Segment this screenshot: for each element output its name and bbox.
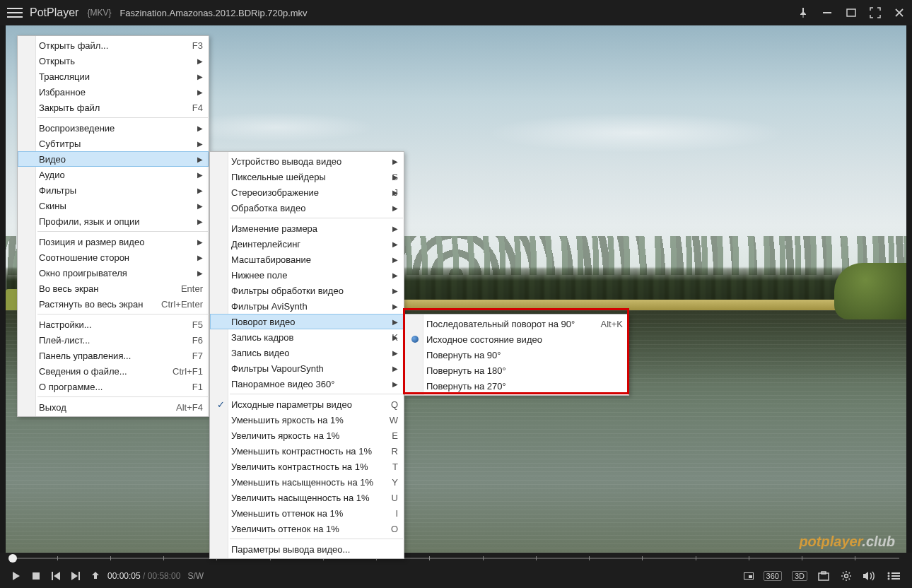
settings-gear-icon[interactable] — [840, 570, 853, 582]
menu-shortcut: E — [375, 430, 398, 441]
menu1-item[interactable]: Открыть▶ — [18, 53, 209, 69]
menu2-item[interactable]: Увеличить яркость на 1%E — [210, 428, 404, 443]
menu2-item[interactable]: Обработка видео▶ — [210, 200, 404, 216]
next-icon[interactable] — [69, 570, 82, 582]
menu1-item[interactable]: Открыть файл...F3 — [18, 37, 209, 53]
menu1-item[interactable]: Плей-лист...F6 — [18, 332, 209, 348]
menu1-item[interactable]: О программе...F1 — [18, 379, 209, 394]
menu2-item[interactable]: Уменьшить контрастность на 1%R — [210, 443, 404, 459]
menu-shortcut: Y — [375, 477, 398, 488]
menu-shortcut: R — [375, 446, 398, 457]
menu2-item[interactable]: Деинтерлейсинг▶ — [210, 236, 404, 252]
menu-shortcut: Alt+K — [584, 319, 623, 329]
menu3-item[interactable]: Повернуть на 270° — [405, 378, 629, 394]
menu2-item[interactable]: Параметры вывода видео... — [210, 541, 404, 557]
menu1-item[interactable]: Соотношение сторон▶ — [18, 249, 209, 265]
menu1-item[interactable]: Панель управления...F7 — [18, 348, 209, 363]
minimize-icon[interactable] — [822, 7, 833, 18]
menu-shortcut: T — [375, 461, 398, 472]
menu-item-label: Параметры вывода видео... — [231, 544, 350, 555]
menu2-item[interactable]: Фильтры обработки видео▶ — [210, 283, 404, 298]
menu3-item[interactable]: Повернуть на 180° — [405, 363, 629, 378]
menu2-item[interactable]: СтереоизображениеJ▶ — [210, 184, 404, 200]
menu3-item[interactable]: Повернуть на 90° — [405, 347, 629, 363]
menu1-item[interactable]: Окно проигрывателя▶ — [18, 265, 209, 281]
submenu-arrow-icon: ▶ — [392, 225, 398, 233]
menu-item-label: Во весь экран — [39, 283, 98, 294]
stop-icon[interactable] — [30, 570, 42, 582]
menu2-item[interactable]: Пиксельные шейдерыS▶ — [210, 169, 404, 184]
svg-rect-2 — [33, 572, 40, 580]
seek-bar[interactable] — [13, 553, 899, 564]
menu-item-label: Трансляции — [39, 71, 90, 82]
menu2-item[interactable]: Панорамное видео 360°▶ — [210, 376, 404, 392]
seek-handle[interactable] — [8, 554, 17, 563]
menu2-item[interactable]: Устройство вывода видео▶ — [210, 153, 404, 169]
app-name: PotPlayer — [30, 6, 78, 19]
fullscreen-icon[interactable] — [870, 7, 881, 18]
menu1-item[interactable]: Закрыть файлF4 — [18, 100, 209, 115]
radio-icon — [411, 336, 419, 343]
menu-item-label: Окно проигрывателя — [39, 268, 127, 278]
open-icon[interactable] — [89, 570, 102, 582]
menu2-item[interactable]: Уменьшить насыщенность на 1%Y — [210, 474, 404, 490]
menu1-item[interactable]: Избранное▶ — [18, 84, 209, 100]
time-total: / 00:58:00 — [141, 571, 181, 581]
prev-icon[interactable] — [49, 570, 62, 582]
menu2-item[interactable]: ✓Исходные параметры видеоQ — [210, 396, 404, 412]
menu2-item[interactable]: Фильтры AviSynth▶ — [210, 298, 404, 314]
menu2-item[interactable]: Увеличить насыщенность на 1%U — [210, 490, 404, 505]
menu2-item[interactable]: Уменьшить оттенок на 1%I — [210, 505, 404, 521]
menu2-item[interactable]: Поворот видео▶ — [210, 314, 404, 329]
hamburger-menu-icon[interactable] — [7, 5, 23, 20]
play-icon[interactable] — [10, 570, 23, 582]
menu-item-label: Открыть файл... — [39, 40, 108, 51]
menu1-item[interactable]: Настройки...F5 — [18, 317, 209, 332]
label-3d[interactable]: 3D — [792, 571, 807, 581]
menu-item-label: Пиксельные шейдеры — [231, 172, 326, 182]
menu2-item[interactable]: Увеличить контрастность на 1%T — [210, 459, 404, 474]
menu1-item[interactable]: Субтитры▶ — [18, 136, 209, 151]
screenshot-icon[interactable] — [817, 570, 830, 582]
menu2-item[interactable]: Фильтры VapourSynth▶ — [210, 360, 404, 376]
label-360[interactable]: 360 — [764, 571, 782, 581]
menu-item-label: Закрыть файл — [39, 102, 100, 113]
menu1-item[interactable]: Скины▶ — [18, 198, 209, 213]
maximize-icon[interactable] — [846, 7, 857, 18]
menu2-item[interactable]: Уменьшить яркость на 1%W — [210, 412, 404, 428]
menu-item-label: Повернуть на 90° — [426, 350, 501, 360]
menu-item-label: Панорамное видео 360° — [231, 379, 334, 389]
menu1-item[interactable]: Фильтры▶ — [18, 182, 209, 198]
context-menu-main: Открыть файл...F3Открыть▶Трансляции▶Избр… — [17, 35, 209, 417]
menu-separator — [37, 117, 208, 118]
menu1-item[interactable]: Во весь экранEnter — [18, 281, 209, 296]
menu-shortcut: F3 — [175, 40, 203, 51]
menu2-item[interactable]: Запись видео▶ — [210, 345, 404, 360]
menu1-item[interactable]: Трансляции▶ — [18, 69, 209, 84]
menu1-item[interactable]: Профили, язык и опции▶ — [18, 213, 209, 229]
menu1-item[interactable]: Видео▶ — [18, 151, 209, 167]
menu-item-label: Сведения о файле... — [39, 366, 127, 377]
menu2-item[interactable]: Изменение размера▶ — [210, 220, 404, 236]
menu1-item[interactable]: Растянуть во весь экранCtrl+Enter — [18, 296, 209, 312]
menu1-item[interactable]: ВыходAlt+F4 — [18, 399, 209, 415]
playlist-icon[interactable] — [885, 570, 902, 582]
pip-icon[interactable] — [744, 572, 754, 580]
menu3-item[interactable]: Последовательный поворот на 90°Alt+K — [405, 316, 629, 331]
volume-icon[interactable] — [863, 570, 875, 582]
close-icon[interactable] — [894, 7, 905, 18]
render-mode[interactable]: S/W — [187, 571, 204, 581]
submenu-arrow-icon: ▶ — [392, 240, 398, 248]
menu2-item[interactable]: Масштабирование▶ — [210, 252, 404, 267]
menu2-item[interactable]: Запись кадровK▶ — [210, 329, 404, 345]
menu-shortcut: F4 — [175, 102, 203, 113]
menu1-item[interactable]: Аудио▶ — [18, 167, 209, 182]
menu1-item[interactable]: Воспроизведение▶ — [18, 120, 209, 136]
menu2-item[interactable]: Нижнее поле▶ — [210, 267, 404, 283]
svg-point-6 — [888, 572, 890, 575]
menu2-item[interactable]: Увеличить оттенок на 1%O — [210, 521, 404, 536]
menu3-item[interactable]: Исходное состояние видео — [405, 331, 629, 347]
menu1-item[interactable]: Позиция и размер видео▶ — [18, 234, 209, 249]
pin-icon[interactable] — [797, 7, 809, 18]
menu1-item[interactable]: Сведения о файле...Ctrl+F1 — [18, 363, 209, 379]
